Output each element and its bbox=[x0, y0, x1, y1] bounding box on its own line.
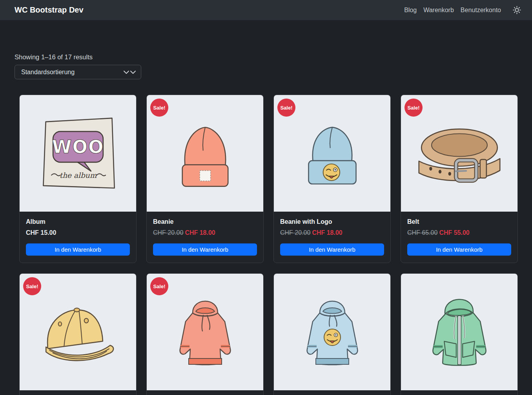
product-image-link[interactable]: Sale! bbox=[147, 95, 263, 212]
sale-price: CHF 18.00 bbox=[312, 229, 342, 236]
navbar: WC Bootstrap Dev Blog Warenkorb Benutzer… bbox=[0, 0, 532, 20]
product-card-body bbox=[401, 390, 517, 395]
add-to-cart-button[interactable]: In den Warenkorb bbox=[26, 243, 130, 256]
product-image-link[interactable] bbox=[401, 274, 517, 390]
sale-badge: Sale! bbox=[23, 277, 41, 295]
theme-toggle-button[interactable] bbox=[512, 5, 522, 15]
blue-hoodie-with-logo-illustration bbox=[297, 291, 368, 374]
sale-price: CHF 18.00 bbox=[185, 229, 215, 236]
green-zip-hoodie-illustration bbox=[423, 290, 496, 374]
product-grid: WOO the album Album CHF 15.00 In den War… bbox=[19, 95, 513, 395]
product-title[interactable]: Album bbox=[26, 218, 130, 225]
blue-beanie-with-logo-illustration bbox=[303, 120, 362, 187]
winking-emoji-logo bbox=[323, 164, 339, 180]
regular-price: CHF 20.00 bbox=[153, 229, 183, 236]
product-title[interactable]: Beanie with Logo bbox=[280, 218, 384, 225]
add-to-cart-button[interactable]: In den Warenkorb bbox=[280, 243, 384, 256]
shop-page: Showing 1–16 of 17 results Standardsorti… bbox=[0, 53, 532, 395]
product-card-body: Belt CHF 65.00CHF 55.00 In den Warenkorb bbox=[401, 212, 517, 263]
product-card-body: Beanie CHF 20.00CHF 18.00 In den Warenko… bbox=[147, 212, 263, 263]
product-card-hoodie: Sale! bbox=[146, 273, 264, 395]
result-count: Showing 1–16 of 17 results bbox=[15, 53, 518, 61]
regular-price: CHF 65.00 bbox=[407, 229, 437, 236]
product-card-album: WOO the album Album CHF 15.00 In den War… bbox=[19, 95, 137, 263]
leather-belt-illustration bbox=[415, 121, 504, 187]
regular-price: CHF 20.00 bbox=[280, 229, 310, 236]
orderby-selected-value: Standardsortierung bbox=[21, 69, 123, 76]
sun-icon bbox=[512, 5, 521, 15]
product-image-link[interactable] bbox=[274, 274, 390, 390]
nav-link-blog[interactable]: Blog bbox=[404, 7, 417, 14]
product-image-link[interactable]: Sale! bbox=[401, 95, 517, 212]
yellow-cap-illustration bbox=[37, 298, 119, 366]
sale-price: CHF 55.00 bbox=[439, 229, 469, 236]
product-image-link[interactable]: Sale! bbox=[20, 274, 136, 390]
product-price: CHF 20.00CHF 18.00 bbox=[280, 229, 384, 236]
product-image-link[interactable]: WOO the album bbox=[20, 95, 136, 212]
product-card-beanie-with-logo: Sale! Beanie with Logo bbox=[273, 95, 391, 263]
product-card-green-hoodie bbox=[401, 273, 518, 395]
product-card-body bbox=[20, 390, 136, 395]
product-image-link[interactable]: Sale! bbox=[274, 95, 390, 212]
add-to-cart-button[interactable]: In den Warenkorb bbox=[153, 243, 257, 256]
product-price: CHF 15.00 bbox=[26, 229, 130, 236]
product-title[interactable]: Beanie bbox=[153, 218, 257, 225]
add-to-cart-button[interactable]: In den Warenkorb bbox=[407, 243, 511, 256]
product-card-body: Album CHF 15.00 In den Warenkorb bbox=[20, 212, 136, 263]
product-card-belt: Sale! Belt CHF 65.00CHF 55.00 In d bbox=[401, 95, 518, 263]
product-price: CHF 65.00CHF 55.00 bbox=[407, 229, 511, 236]
orange-hoodie-illustration bbox=[170, 291, 240, 374]
winking-emoji-logo bbox=[324, 329, 341, 346]
orange-beanie-illustration bbox=[176, 118, 235, 189]
nav-link-benutzerkonto[interactable]: Benutzerkonto bbox=[461, 7, 501, 14]
product-price: CHF 20.00CHF 18.00 bbox=[153, 229, 257, 236]
sale-badge: Sale! bbox=[150, 277, 168, 295]
sale-badge: Sale! bbox=[150, 99, 168, 117]
nav-links: Blog Warenkorb Benutzerkonto bbox=[404, 7, 501, 14]
product-card-hoodie-with-logo bbox=[273, 273, 391, 395]
orderby-select[interactable]: Standardsortierung bbox=[15, 65, 141, 79]
product-image-link[interactable]: Sale! bbox=[147, 274, 263, 390]
woo-album-cover-illustration: WOO the album bbox=[38, 112, 118, 195]
product-card-cap: Sale! bbox=[19, 273, 137, 395]
product-title[interactable]: Belt bbox=[407, 218, 511, 225]
product-card-beanie: Sale! Beanie CHF 20.00CHF 18.00 In den W… bbox=[146, 95, 264, 263]
chevron-down-icon bbox=[123, 69, 137, 75]
nav-link-warenkorb[interactable]: Warenkorb bbox=[423, 7, 454, 14]
product-card-body: Beanie with Logo CHF 20.00CHF 18.00 In d… bbox=[274, 212, 390, 263]
sale-badge: Sale! bbox=[277, 99, 295, 117]
product-card-body bbox=[147, 390, 263, 395]
sale-badge: Sale! bbox=[404, 99, 423, 117]
svg-text:the album: the album bbox=[59, 171, 97, 179]
product-card-body bbox=[274, 390, 390, 395]
svg-text:WOO: WOO bbox=[52, 137, 104, 157]
brand-link[interactable]: WC Bootstrap Dev bbox=[15, 5, 84, 15]
